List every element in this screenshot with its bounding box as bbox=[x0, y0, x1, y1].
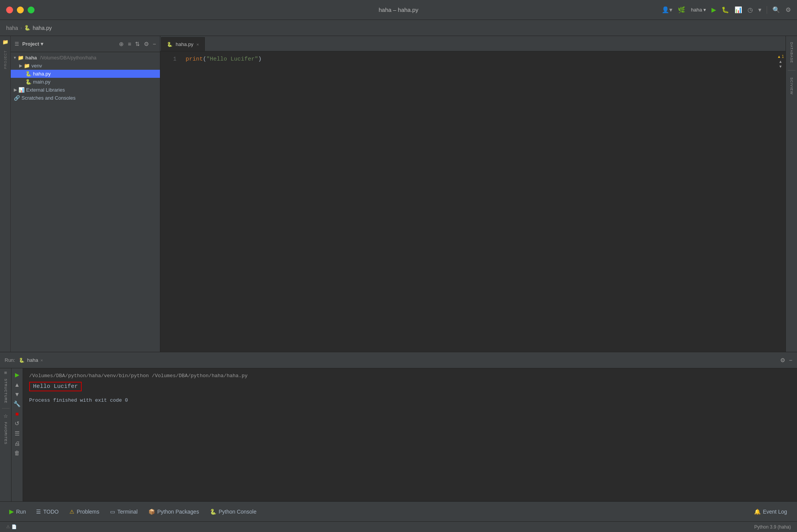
panel-close-icon[interactable]: − bbox=[153, 41, 156, 47]
settings-icon[interactable]: ⚙ bbox=[785, 6, 791, 13]
event-log-button[interactable]: 🔔 Event Log bbox=[749, 506, 792, 517]
run-panel-header: Run: 🐍 haha × ⚙ − bbox=[0, 352, 797, 368]
run-panel-actions: ⚙ − bbox=[780, 357, 792, 364]
event-log-label: Event Log bbox=[763, 509, 787, 515]
scope-icon[interactable]: ⇅ bbox=[135, 41, 140, 48]
status-bar: ⚠ 📄 Python 3.9 (haha) bbox=[0, 521, 797, 532]
paren-open: ( bbox=[203, 56, 206, 62]
close-button[interactable] bbox=[6, 7, 13, 13]
titlebar-actions: 👤▾ 🌿 haha ▾ ▶ 🐛 📊 ◷ ▾ 🔍 ⚙ bbox=[662, 6, 791, 14]
python-console-icon: 🐍 bbox=[210, 509, 216, 515]
project-strip-label[interactable]: Project bbox=[3, 50, 7, 69]
todo-icon: ☰ bbox=[36, 509, 41, 515]
code-line-1: print("Hello Lucifer") bbox=[186, 56, 769, 62]
coverage-icon[interactable]: ◷ bbox=[748, 6, 753, 13]
run-wrench-icon[interactable]: 🔧 bbox=[13, 401, 21, 407]
lib-icon: 📊 bbox=[18, 87, 25, 93]
scroll-down-icon[interactable]: ▼ bbox=[779, 64, 782, 69]
tree-item-main-py[interactable]: 🐍 main.py bbox=[11, 78, 160, 86]
tree-item-external-libs[interactable]: ▶ 📊 External Libraries bbox=[11, 86, 160, 94]
status-file-icon: 📄 bbox=[12, 524, 17, 529]
sciview-panel-label[interactable]: SciView bbox=[789, 74, 794, 98]
run-stop-icon[interactable]: ■ bbox=[15, 410, 19, 417]
panel-settings-icon[interactable]: ⚙ bbox=[144, 41, 149, 48]
run-trash-icon[interactable]: 🗑 bbox=[14, 450, 20, 456]
profile-icon[interactable]: 📊 bbox=[734, 6, 742, 13]
run-output: /Volumes/DBA/python/haha/venv/bin/python… bbox=[23, 368, 797, 501]
python-version[interactable]: Python 3.9 (haha) bbox=[754, 524, 791, 530]
run-panel-minimize-icon[interactable]: − bbox=[789, 357, 792, 364]
run-print-icon[interactable]: 🖨 bbox=[14, 440, 20, 447]
py-file-icon-main: 🐍 bbox=[25, 79, 31, 85]
project-strip-icon[interactable]: 📁 bbox=[2, 39, 8, 45]
todo-button[interactable]: ☰ TODO bbox=[31, 506, 64, 517]
editor-content: 1 print("Hello Lucifer") ▲ 1 ▲ ▼ bbox=[160, 51, 785, 352]
editor-tab-haha-py[interactable]: 🐍 haha.py × bbox=[161, 37, 205, 51]
right-panel-strip: Database SciView bbox=[785, 36, 797, 352]
tab-close-btn[interactable]: × bbox=[196, 42, 199, 47]
warning-badge: ▲ 1 bbox=[777, 54, 784, 59]
scratch-icon: 🔗 bbox=[14, 95, 20, 101]
string-literal: "Hello Lucifer" bbox=[206, 56, 258, 62]
run-rerun-icon[interactable]: ↺ bbox=[15, 420, 20, 427]
terminal-button[interactable]: ▭ Terminal bbox=[105, 506, 143, 517]
traffic-lights bbox=[6, 7, 35, 13]
search-icon[interactable]: 🔍 bbox=[772, 6, 780, 13]
tree-label-main-py: main.py bbox=[33, 79, 51, 85]
structure-label[interactable]: Structure bbox=[4, 379, 8, 404]
code-editor[interactable]: print("Hello Lucifer") bbox=[179, 51, 776, 352]
maximize-button[interactable] bbox=[28, 7, 35, 13]
run-scroll-down-icon[interactable]: ▼ bbox=[14, 391, 20, 397]
todo-label: TODO bbox=[43, 509, 59, 515]
collapse-all-icon[interactable]: ≡ bbox=[128, 41, 131, 47]
more-run-icon[interactable]: ▾ bbox=[758, 6, 761, 13]
py-file-icon: 🐍 bbox=[25, 71, 31, 77]
run-exit-message: Process finished with exit code 0 bbox=[29, 397, 791, 403]
tree-label-haha: haha bbox=[25, 55, 37, 61]
breadcrumb-file[interactable]: haha.py bbox=[33, 25, 52, 31]
structure-icon[interactable]: ≡ bbox=[4, 370, 7, 376]
run-scroll-up-icon[interactable]: ▲ bbox=[14, 381, 20, 388]
favorites-label[interactable]: Favorites bbox=[4, 422, 8, 445]
minimize-button[interactable] bbox=[17, 7, 24, 13]
scroll-up-icon[interactable]: ▲ bbox=[779, 59, 782, 64]
run-label: Run: bbox=[5, 357, 15, 363]
paren-close: ) bbox=[258, 56, 262, 62]
python-console-button[interactable]: 🐍 Python Console bbox=[204, 506, 262, 517]
breadcrumb-project[interactable]: haha bbox=[6, 25, 18, 31]
python-packages-button[interactable]: 📦 Python Packages bbox=[143, 506, 204, 517]
tree-item-haha-root[interactable]: ▾ 📁 haha /Volumes/DBA/python/haha bbox=[11, 54, 160, 62]
run-panel-settings-icon[interactable]: ⚙ bbox=[780, 357, 785, 364]
run-config-icon[interactable]: 🌿 bbox=[678, 6, 685, 13]
run-hello-lucifer: Hello Lucifer bbox=[29, 382, 82, 391]
run-left-extras: ≡ Structure ☆ Favorites bbox=[0, 368, 12, 501]
tree-item-scratches[interactable]: 🔗 Scratches and Consoles bbox=[11, 94, 160, 102]
project-panel-title: Project ▾ bbox=[22, 41, 43, 47]
run-filter-icon[interactable]: ☰ bbox=[15, 430, 20, 437]
status-warning-icon: ⚠ bbox=[6, 524, 10, 529]
run-tab-haha[interactable]: 🐍 haha × bbox=[19, 357, 43, 363]
run-icon[interactable]: ▶ bbox=[711, 6, 716, 13]
add-content-icon[interactable]: ⊕ bbox=[119, 41, 124, 48]
run-config-label[interactable]: haha ▾ bbox=[691, 7, 706, 13]
tree-item-haha-py[interactable]: 🐍 haha.py bbox=[11, 70, 160, 78]
kw-print: print bbox=[186, 56, 203, 62]
tree-item-venv[interactable]: ▶ 📁 venv bbox=[11, 62, 160, 70]
project-tree: ▾ 📁 haha /Volumes/DBA/python/haha ▶ 📁 ve… bbox=[11, 52, 160, 352]
run-tab-close[interactable]: × bbox=[40, 358, 43, 363]
tab-file-icon: 🐍 bbox=[167, 42, 173, 47]
expand-arrow: ▾ bbox=[14, 55, 16, 60]
tree-label-venv: venv bbox=[31, 63, 42, 69]
status-left: ⚠ 📄 bbox=[6, 524, 17, 529]
breadcrumb-sep: › bbox=[20, 25, 22, 31]
debug-icon[interactable]: 🐛 bbox=[721, 6, 729, 13]
vcs-icon[interactable]: 👤▾ bbox=[662, 6, 672, 13]
event-log-icon: 🔔 bbox=[754, 509, 761, 515]
run-play-button[interactable]: ▶ Run bbox=[5, 506, 31, 517]
run-play-icon[interactable]: ▶ bbox=[15, 371, 20, 378]
favorites-icon[interactable]: ☆ bbox=[3, 413, 8, 419]
window-title: haha – haha.py bbox=[379, 7, 418, 13]
problems-button[interactable]: ⚠ Problems bbox=[64, 506, 105, 517]
database-panel-label[interactable]: Database bbox=[789, 39, 794, 66]
tree-label-scratches: Scratches and Consoles bbox=[21, 95, 76, 101]
